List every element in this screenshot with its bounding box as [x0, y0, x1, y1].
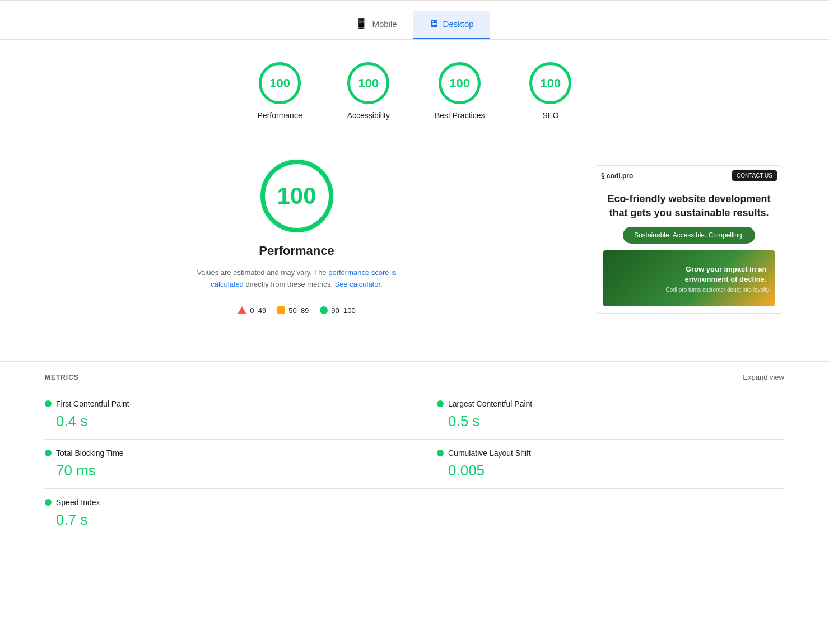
legend-circle-icon: [320, 306, 328, 314]
score-label-performance: Performance: [258, 111, 302, 120]
tab-mobile[interactable]: 📱 Mobile: [339, 11, 412, 39]
ad-title: Eco-friendly website development that ge…: [603, 192, 775, 220]
metric-cls-value: 0.005: [437, 462, 784, 479]
legend-square-icon: [277, 306, 285, 314]
score-circle-best-practices: 100: [439, 62, 481, 104]
ad-contact-button[interactable]: CONTACT US: [732, 170, 777, 181]
ad-green-button[interactable]: Sustainable. Accessible. Compelling.: [623, 227, 755, 244]
legend-range-mid: 50–89: [288, 306, 309, 315]
ad-header: § codi.pro CONTACT US: [594, 166, 784, 185]
metric-cls-dot: [437, 450, 444, 456]
legend-range-high: 90–100: [331, 306, 355, 315]
metric-lcp-value: 0.5 s: [437, 413, 784, 430]
score-description: Values are estimated and may vary. The p…: [190, 267, 403, 291]
score-performance: 100 Performance: [258, 62, 302, 120]
metric-tbt-value: 70 ms: [45, 462, 392, 479]
metric-si-value: 0.7 s: [45, 511, 392, 529]
page-wrapper: 📱 Mobile 🖥 Desktop 100 Performance 100 A…: [0, 0, 829, 538]
legend: 0–49 50–89 90–100: [237, 306, 355, 315]
score-label-best-practices: Best Practices: [435, 111, 485, 120]
large-score-title: Performance: [259, 244, 334, 258]
tab-desktop[interactable]: 🖥 Desktop: [413, 11, 490, 39]
score-best-practices: 100 Best Practices: [435, 62, 485, 120]
ad-image-area: Grow your impact in an environment of de…: [603, 250, 775, 306]
score-seo: 100 SEO: [529, 62, 571, 120]
metric-tbt-dot: [45, 450, 52, 456]
metrics-grid: First Contentful Paint 0.4 s Largest Con…: [45, 390, 784, 538]
metric-cls-label: Cumulative Layout Shift: [448, 449, 531, 458]
ad-image-text: Grow your impact in an environment of de…: [665, 264, 766, 284]
tab-bar: 📱 Mobile 🖥 Desktop: [0, 1, 829, 40]
tab-desktop-label: Desktop: [443, 19, 474, 29]
ad-small-text: Codi.pro turns customer doubt into loyal…: [665, 287, 769, 293]
mobile-icon: 📱: [355, 17, 367, 30]
description-middle: directly from these metrics.: [244, 280, 335, 288]
metric-lcp-label: Largest Contentful Paint: [448, 399, 532, 408]
ad-card: § codi.pro CONTACT US Eco-friendly websi…: [594, 165, 784, 314]
metric-fcp: First Contentful Paint 0.4 s: [45, 390, 414, 440]
metrics-title: METRICS: [45, 374, 79, 381]
legend-item-high: 90–100: [320, 306, 355, 315]
metric-lcp: Largest Contentful Paint 0.5 s: [414, 390, 784, 440]
metrics-section: METRICS Expand view First Contentful Pai…: [0, 361, 829, 538]
metric-tbt-label: Total Blocking Time: [56, 449, 124, 458]
score-accessibility: 100 Accessibility: [347, 62, 390, 120]
score-label-seo: SEO: [542, 111, 559, 120]
ad-body: Eco-friendly website development that ge…: [594, 185, 784, 313]
legend-item-low: 0–49: [237, 306, 266, 315]
metric-si: Speed Index 0.7 s: [45, 489, 414, 538]
ad-logo: § codi.pro: [601, 172, 633, 180]
main-content: 100 Performance Values are estimated and…: [0, 137, 829, 361]
score-circle-seo: 100: [529, 62, 571, 104]
score-label-accessibility: Accessibility: [347, 111, 390, 120]
score-circle-performance: 100: [259, 62, 301, 104]
metric-lcp-name-row: Largest Contentful Paint: [437, 399, 784, 408]
large-score-circle: 100: [260, 160, 333, 232]
legend-item-mid: 50–89: [277, 306, 309, 315]
metric-fcp-dot: [45, 400, 52, 407]
description-prefix: Values are estimated and may vary. The: [197, 268, 328, 277]
legend-triangle-icon: [237, 306, 246, 314]
legend-range-low: 0–49: [250, 306, 266, 315]
metric-tbt: Total Blocking Time 70 ms: [45, 440, 414, 489]
metric-fcp-label: First Contentful Paint: [56, 399, 129, 408]
calculator-link[interactable]: See calculator.: [334, 280, 382, 288]
metric-lcp-dot: [437, 400, 444, 407]
ad-image-content: Grow your impact in an environment of de…: [665, 264, 769, 293]
expand-view-button[interactable]: Expand view: [743, 373, 784, 381]
metric-si-name-row: Speed Index: [45, 498, 392, 507]
metric-si-dot: [45, 499, 52, 506]
right-panel: § codi.pro CONTACT US Eco-friendly websi…: [571, 160, 784, 339]
metric-fcp-name-row: First Contentful Paint: [45, 399, 392, 408]
desktop-icon: 🖥: [429, 18, 439, 30]
metric-cls-name-row: Cumulative Layout Shift: [437, 449, 784, 458]
tab-mobile-label: Mobile: [372, 19, 397, 29]
metric-si-label: Speed Index: [56, 498, 100, 507]
metric-tbt-name-row: Total Blocking Time: [45, 449, 392, 458]
metrics-header: METRICS Expand view: [45, 362, 784, 390]
metric-cls: Cumulative Layout Shift 0.005: [414, 440, 784, 489]
scores-section: 100 Performance 100 Accessibility 100 Be…: [0, 40, 829, 137]
left-panel: 100 Performance Values are estimated and…: [45, 160, 571, 339]
score-circle-accessibility: 100: [347, 62, 389, 104]
metric-fcp-value: 0.4 s: [45, 413, 392, 430]
